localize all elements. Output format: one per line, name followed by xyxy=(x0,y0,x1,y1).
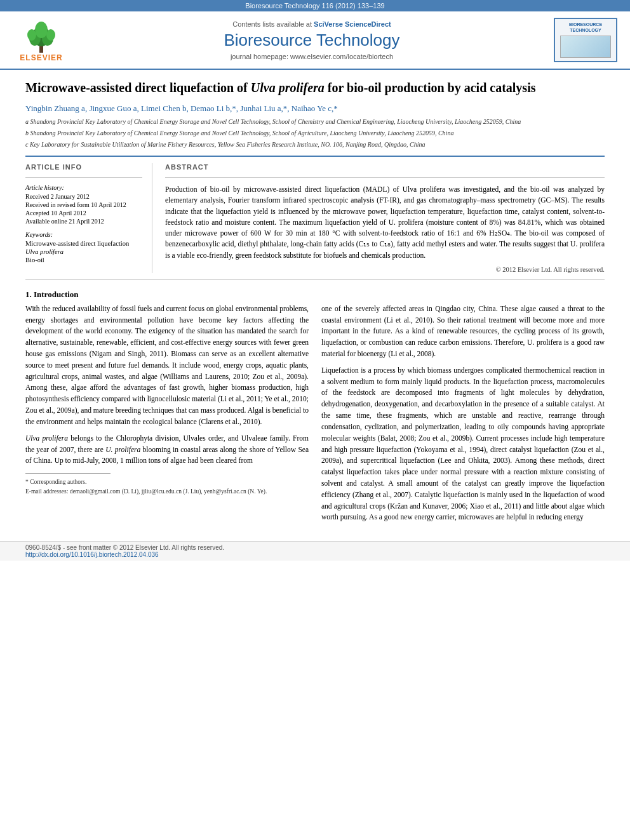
section1-heading: 1. Introduction xyxy=(25,290,605,300)
sciverse-link[interactable]: SciVerse ScienceDirect xyxy=(314,20,391,28)
footer-doi[interactable]: http://dx.doi.org/10.1016/j.biortech.201… xyxy=(25,551,159,558)
info-abstract-section: ARTICLE INFO Article history: Received 2… xyxy=(25,163,605,273)
keyword-1: Microwave-assisted direct liquefaction xyxy=(25,240,142,247)
bioresource-logo-image xyxy=(560,36,611,58)
body-divider xyxy=(25,279,605,280)
journal-header: ELSEVIER Contents lists available at Sci… xyxy=(0,11,630,70)
svg-point-6 xyxy=(46,29,55,41)
ulva-italic-2: U. prolifera xyxy=(105,446,140,453)
keywords-label: Keywords: xyxy=(25,231,142,238)
header-divider xyxy=(25,156,605,157)
elsevier-tree-icon xyxy=(22,18,60,53)
abstract-divider xyxy=(165,177,605,178)
body-section: 1. Introduction With the reduced availab… xyxy=(25,290,605,528)
history-label: Article history: xyxy=(25,184,142,191)
body-two-col: With the reduced availability of fossil … xyxy=(25,303,605,528)
svg-point-5 xyxy=(27,29,36,41)
journal-header-center: Contents lists available at SciVerse Sci… xyxy=(70,20,554,60)
journal-citation-text: Bioresource Technology 116 (2012) 133–13… xyxy=(245,2,384,10)
title-part2: for bio-oil production by acid catalysis xyxy=(325,81,536,95)
elsevier-logo: ELSEVIER xyxy=(13,18,70,62)
title-italic: Ulva prolifera xyxy=(251,81,325,95)
footnote-divider xyxy=(25,473,111,474)
abstract-text: Production of bio-oil by microwave-assis… xyxy=(165,184,605,261)
bioresource-logo: BIORESOURCETECHNOLOGY xyxy=(554,18,617,62)
ulva-italic-1: Ulva prolifera xyxy=(25,434,68,442)
abstract-body: Production of bio-oil by microwave-assis… xyxy=(165,185,605,259)
sciverse-line: Contents lists available at SciVerse Sci… xyxy=(70,20,554,28)
journal-citation-bar: Bioresource Technology 116 (2012) 133–13… xyxy=(0,0,630,11)
info-divider xyxy=(25,177,142,178)
footer-bar: 0960-8524/$ - see front matter © 2012 El… xyxy=(0,541,630,561)
received-date: Received 2 January 2012 xyxy=(25,193,142,200)
title-part1: Microwave-assisted direct liquefaction o… xyxy=(25,81,251,95)
abstract-column: ABSTRACT Production of bio-oil by microw… xyxy=(165,163,605,273)
body-para-4: Liquefaction is a process by which bioma… xyxy=(321,365,605,523)
affiliation-c: c Key Laboratory for Sustainable Utiliza… xyxy=(25,140,605,149)
article-history: Article history: Received 2 January 2012… xyxy=(25,184,142,225)
keyword-2: Ulva prolifera xyxy=(25,248,142,255)
authors-line: Yingbin Zhuang a, Jingxue Guo a, Limei C… xyxy=(25,103,605,114)
keywords-section: Keywords: Microwave-assisted direct liqu… xyxy=(25,231,142,263)
footnote-corresponding: * Corresponding authors. xyxy=(25,477,309,487)
affiliation-b: b Shandong Provincial Key Laboratory of … xyxy=(25,129,605,138)
revised-date: Received in revised form 10 April 2012 xyxy=(25,201,142,208)
bioresource-logo-text: BIORESOURCETECHNOLOGY xyxy=(569,22,602,33)
svg-point-4 xyxy=(35,22,48,38)
journal-title: Bioresource Technology xyxy=(70,30,554,50)
online-date: Available online 21 April 2012 xyxy=(25,218,142,225)
body-col-right: one of the severely affected areas in Qi… xyxy=(321,303,605,528)
copyright-notice: © 2012 Elsevier Ltd. All rights reserved… xyxy=(165,266,605,273)
journal-url: journal homepage: www.elsevier.com/locat… xyxy=(70,53,554,60)
body-para-1: With the reduced availability of fossil … xyxy=(25,303,309,428)
article-title: Microwave-assisted direct liquefaction o… xyxy=(25,79,605,96)
authors-text: Yingbin Zhuang a, Jingxue Guo a, Limei C… xyxy=(25,103,338,113)
keyword-2-italic: Ulva prolifera xyxy=(25,248,64,255)
affiliation-a: a Shandong Provincial Key Laboratory of … xyxy=(25,117,605,126)
sciverse-prefix: Contents lists available at xyxy=(232,20,314,28)
body-para-2: Ulva prolifera belongs to the Chlorophyt… xyxy=(25,433,309,467)
footer-issn: 0960-8524/$ - see front matter © 2012 El… xyxy=(25,544,224,551)
abstract-label: ABSTRACT xyxy=(165,163,605,171)
article-info-column: ARTICLE INFO Article history: Received 2… xyxy=(25,163,152,273)
elsevier-text: ELSEVIER xyxy=(20,53,62,62)
accepted-date: Accepted 10 April 2012 xyxy=(25,210,142,217)
article-info-label: ARTICLE INFO xyxy=(25,163,142,171)
body-para-3: one of the severely affected areas in Qi… xyxy=(321,303,605,360)
keyword-3: Bio-oil xyxy=(25,257,142,263)
body-col-left: With the reduced availability of fossil … xyxy=(25,303,309,528)
main-content: Microwave-assisted direct liquefaction o… xyxy=(0,70,630,541)
footnote-email: E-mail addresses: demaoli@gmail.com (D. … xyxy=(25,487,309,497)
